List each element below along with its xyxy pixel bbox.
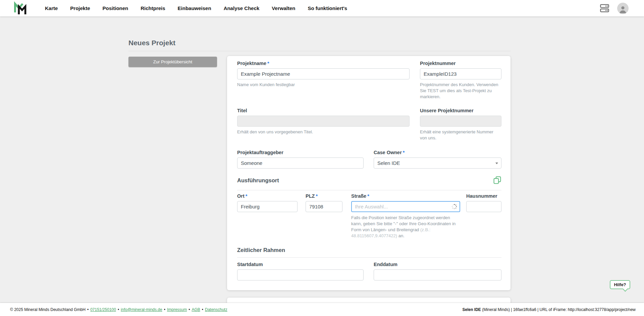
section-zeitlicher-rahmen-title: Zeitlicher Rahmen [237,247,501,253]
titel-help: Erhält den von uns vorgegebenen Titel. [237,129,410,135]
field-hausnummer: Hausnummer [466,193,501,212]
unsere-projektnummer-label: Unsere Projektnummer [420,108,501,113]
field-unsere-projektnummer: Unsere Projektnummer Erhält eine systemg… [420,108,501,141]
chevron-down-icon [495,163,498,164]
required-asterisk: * [267,61,269,66]
nav-item-so-funktionierts[interactable]: So funktioniert's [308,5,347,11]
enddatum-input[interactable] [374,269,501,280]
section-zeitlicher-rahmen: Zeitlicher Rahmen [237,247,501,258]
field-strasse: Straße* [351,193,460,212]
nav-item-einbauweisen[interactable]: Einbauweisen [178,5,211,11]
nav-item-verwalten[interactable]: Verwalten [272,5,295,11]
field-titel: Titel Erhält den von uns vorgegebenen Ti… [237,108,410,135]
unsere-projektnummer-input [420,116,501,127]
titel-input [237,116,410,127]
footer-datenschutz-link[interactable]: Datenschutz [205,307,227,312]
help-button[interactable]: Hilfe? [610,280,630,289]
page-title: Neues Projekt [128,39,175,47]
footer-impressum-link[interactable]: Impressum [167,307,187,312]
field-projektnummer: Projektnummer Projektnummer des Kunden. … [420,61,501,100]
field-ort: Ort* [237,193,298,212]
enddatum-label: Enddatum [374,262,501,267]
footer-phone-link[interactable]: 07151/250100 [90,307,116,312]
required-asterisk: * [246,193,248,199]
ort-label: Ort* [237,193,298,199]
field-projektname: Projektname* Name vom Kunden festlegbar [237,61,410,88]
projektnummer-input[interactable] [420,68,501,79]
back-to-project-overview-button[interactable]: Zur Projektübersicht [128,57,217,67]
plz-label: PLZ* [306,193,342,199]
case-owner-label: Case Owner* [374,150,501,155]
new-project-form-card: Projektname* Name vom Kunden festlegbar … [227,56,511,290]
footer-user-name: Selen IDE [463,307,481,312]
projektnummer-help: Projektnummer des Kunden. Verwenden Sie … [420,82,501,100]
projektauftraggeber-label: Projektauftraggeber [237,150,364,155]
server-icon[interactable] [600,4,609,12]
ort-input[interactable] [237,201,298,212]
nav-item-positionen[interactable]: Positionen [103,5,128,11]
strasse-label: Straße* [351,193,460,199]
header-actions [600,3,629,14]
section-ausfuehrungsort: Ausführungsort [237,177,501,190]
footer-email-link[interactable]: info@mineral-minds.de [121,307,162,312]
nav-item-karte[interactable]: Karte [45,5,58,11]
projektname-label: Projektname* [237,61,410,66]
field-plz: PLZ* [306,193,342,212]
person-icon [618,4,628,14]
section-ausfuehrungsort-title: Ausführungsort [237,177,501,184]
user-avatar[interactable] [617,3,629,14]
mineral-minds-logo[interactable] [13,1,28,15]
plz-input[interactable] [306,201,342,212]
case-owner-select[interactable]: Selen IDE [374,157,501,169]
startdatum-label: Startdatum [237,262,364,267]
field-projektauftraggeber: Projektauftraggeber [237,150,364,169]
hausnummer-input[interactable] [466,201,501,212]
startdatum-input[interactable] [237,269,364,280]
required-asterisk: * [367,193,369,199]
footer-session-info: Selen IDE (Mineral Minds) | 16fae1ffc6a6… [463,307,636,312]
nav-item-analyse-check[interactable]: Analyse Check [224,5,260,11]
loading-spinner-icon [451,204,457,209]
titel-label: Titel [237,108,410,113]
strasse-input[interactable] [351,201,460,212]
strasse-help: Falls die Position keiner Straße zugeord… [351,215,462,239]
footer-copyright: © 2025 Mineral Minds Deutschland GmbH [10,307,86,312]
footer-agb-link[interactable]: AGB [192,307,200,312]
required-asterisk: * [316,193,318,199]
required-asterisk: * [403,150,405,155]
projektname-input[interactable] [237,68,410,79]
top-navigation-bar: Karte Projekte Positionen Richtpreis Ein… [0,0,644,16]
title-divider [128,51,511,51]
logo-m-icon [13,1,28,15]
main-nav: Karte Projekte Positionen Richtpreis Ein… [45,5,347,11]
nav-item-richtpreis[interactable]: Richtpreis [141,5,165,11]
unsere-projektnummer-help: Erhält eine systemgenerierte Nummer von … [420,129,501,141]
case-owner-selected-value: Selen IDE [377,160,400,166]
copy-icon [493,176,501,184]
copy-location-button[interactable] [493,176,501,185]
nav-item-projekte[interactable]: Projekte [70,5,90,11]
footer-left: © 2025 Mineral Minds Deutschland GmbH • … [10,307,227,312]
field-case-owner: Case Owner* Selen IDE [374,150,501,169]
projektname-help: Name vom Kunden festlegbar [237,82,410,88]
footer-session-details: (Mineral Minds) | 16fae1ffc6a6 | URL of … [481,307,636,312]
projektauftraggeber-input[interactable] [237,157,364,169]
field-enddatum: Enddatum [374,262,501,280]
hausnummer-label: Hausnummer [466,193,501,199]
projektnummer-label: Projektnummer [420,61,501,66]
field-startdatum: Startdatum [237,262,364,280]
footer-bar: © 2025 Mineral Minds Deutschland GmbH • … [0,303,644,316]
